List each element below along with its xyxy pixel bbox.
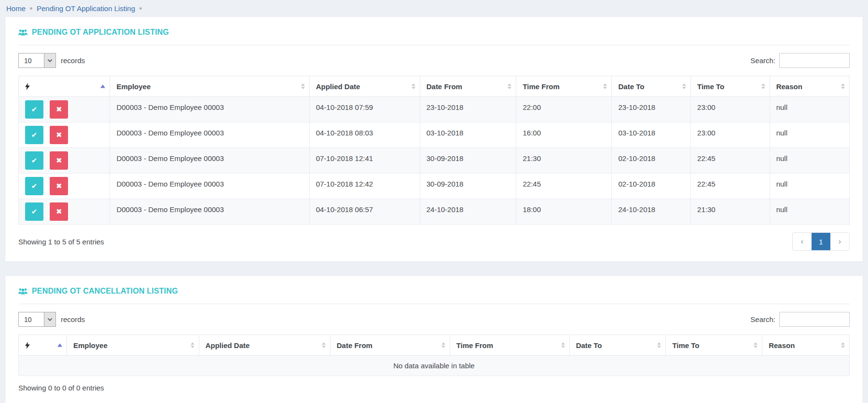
breadcrumb: Home Pending OT Application Listing — [0, 0, 868, 16]
reject-button[interactable]: ✖ — [50, 151, 68, 170]
sort-icon — [561, 342, 565, 348]
sort-icon — [412, 83, 415, 89]
date-to-cell: 24-10-2018 — [612, 199, 691, 225]
sort-icon — [322, 342, 326, 348]
date-from-cell: 23-10-2018 — [420, 97, 516, 122]
reject-button[interactable]: ✖ — [50, 202, 68, 221]
users-icon — [18, 29, 28, 36]
breadcrumb-current-link[interactable]: Pending OT Application Listing — [37, 4, 135, 13]
reason-cell: null — [770, 148, 849, 174]
date-to-cell: 23-10-2018 — [612, 97, 691, 122]
records-label: records — [61, 315, 85, 323]
column-header-date-to[interactable]: Date To — [612, 76, 691, 97]
date-to-cell: 02-10-2018 — [612, 148, 691, 174]
check-icon: ✔ — [31, 182, 38, 190]
sort-ascending-icon — [100, 85, 105, 88]
time-from-cell: 22:45 — [516, 174, 612, 199]
date-to-cell: 02-10-2018 — [612, 174, 691, 199]
column-header-date-from[interactable]: Date From — [330, 335, 450, 356]
pagination-next-button[interactable]: › — [830, 233, 849, 250]
chevron-down-icon — [44, 54, 55, 67]
column-header-time-to[interactable]: Time To — [691, 76, 770, 97]
records-per-page-select[interactable]: 10 — [18, 312, 56, 327]
sort-icon — [657, 342, 661, 348]
pagination: ‹ 1 › — [792, 232, 850, 251]
column-header-date-to[interactable]: Date To — [569, 335, 666, 356]
pending-ot-application-card: PENDING OT APPLICATION LISTING 10 record… — [5, 16, 863, 262]
card-header: PENDING OT CANCELLATION LISTING — [5, 276, 863, 304]
breadcrumb-home-link[interactable]: Home — [6, 4, 26, 13]
time-to-cell: 22:45 — [691, 174, 770, 199]
records-per-page-value: 10 — [19, 312, 44, 326]
time-from-cell: 21:30 — [516, 148, 612, 174]
close-icon: ✖ — [56, 156, 62, 165]
showing-entries-text: Showing 1 to 5 of 5 entries — [18, 238, 104, 246]
records-label: records — [61, 56, 85, 65]
records-per-page-select[interactable]: 10 — [18, 53, 56, 68]
sort-icon — [301, 83, 305, 89]
table-row: ✔ ✖ D00003 - Demo Employee 00003 07-10-2… — [19, 148, 850, 174]
employee-cell: D00003 - Demo Employee 00003 — [110, 148, 309, 174]
reject-button[interactable]: ✖ — [50, 126, 68, 144]
column-header-time-from[interactable]: Time From — [450, 335, 569, 356]
check-icon: ✔ — [31, 207, 38, 216]
page-title: PENDING OT APPLICATION LISTING — [32, 28, 169, 37]
search-input[interactable] — [779, 312, 850, 327]
sort-icon — [761, 83, 765, 89]
check-icon: ✔ — [31, 156, 38, 165]
employee-cell: D00003 - Demo Employee 00003 — [110, 199, 309, 225]
column-header-time-to[interactable]: Time To — [666, 335, 762, 356]
column-header-actions[interactable] — [19, 335, 67, 356]
breadcrumb-separator-dot — [139, 7, 142, 10]
table-row: ✔ ✖ D00003 - Demo Employee 00003 07-10-2… — [19, 174, 850, 199]
sort-icon — [441, 342, 445, 348]
bolt-icon — [25, 83, 97, 90]
chevron-down-icon — [44, 312, 55, 326]
column-header-applied-date[interactable]: Applied Date — [199, 335, 330, 356]
reject-button[interactable]: ✖ — [50, 177, 68, 195]
search-input[interactable] — [779, 53, 850, 68]
reason-cell: null — [770, 199, 849, 225]
column-header-reason[interactable]: Reason — [770, 76, 849, 97]
sort-icon — [682, 83, 686, 89]
applied-date-cell: 04-10-2018 07:59 — [309, 97, 420, 122]
column-header-employee[interactable]: Employee — [67, 335, 199, 356]
approve-button[interactable]: ✔ — [25, 126, 43, 144]
date-from-cell: 03-10-2018 — [420, 122, 516, 148]
reason-cell: null — [770, 97, 849, 122]
time-from-cell: 16:00 — [516, 122, 612, 148]
applied-date-cell: 04-10-2018 06:57 — [309, 199, 420, 225]
reject-button[interactable]: ✖ — [50, 100, 68, 119]
pending-ot-cancellation-table: Employee Applied Date Date From Time Fro… — [18, 335, 850, 376]
records-per-page-value: 10 — [19, 54, 44, 67]
reason-cell: null — [770, 174, 849, 199]
showing-entries-text: Showing 0 to 0 of 0 entries — [18, 384, 104, 392]
time-to-cell: 22:45 — [691, 148, 770, 174]
column-header-time-from[interactable]: Time From — [516, 76, 612, 97]
column-header-actions[interactable] — [19, 76, 110, 97]
time-to-cell: 23:00 — [691, 122, 770, 148]
approve-button[interactable]: ✔ — [25, 202, 43, 221]
approve-button[interactable]: ✔ — [25, 177, 43, 195]
column-header-applied-date[interactable]: Applied Date — [309, 76, 420, 97]
table-row: ✔ ✖ D00003 - Demo Employee 00003 04-10-2… — [19, 97, 850, 122]
employee-cell: D00003 - Demo Employee 00003 — [110, 97, 309, 122]
breadcrumb-separator-dot — [30, 7, 32, 10]
close-icon: ✖ — [56, 105, 62, 114]
card-header: PENDING OT APPLICATION LISTING — [5, 17, 863, 45]
empty-table-row: No data available in table — [19, 356, 850, 376]
approve-button[interactable]: ✔ — [25, 100, 43, 119]
pagination-prev-button[interactable]: ‹ — [793, 233, 812, 250]
applied-date-cell: 07-10-2018 12:42 — [309, 174, 420, 199]
close-icon: ✖ — [56, 131, 62, 139]
column-header-date-from[interactable]: Date From — [420, 76, 516, 97]
approve-button[interactable]: ✔ — [25, 151, 43, 170]
pagination-page-1-button[interactable]: 1 — [812, 233, 830, 250]
sort-icon — [191, 342, 194, 348]
column-header-employee[interactable]: Employee — [110, 76, 309, 97]
table-row: ✔ ✖ D00003 - Demo Employee 00003 04-10-2… — [19, 122, 850, 148]
bolt-icon — [25, 342, 54, 349]
sort-icon — [841, 83, 845, 89]
column-header-reason[interactable]: Reason — [762, 335, 850, 356]
sort-icon — [603, 83, 607, 89]
